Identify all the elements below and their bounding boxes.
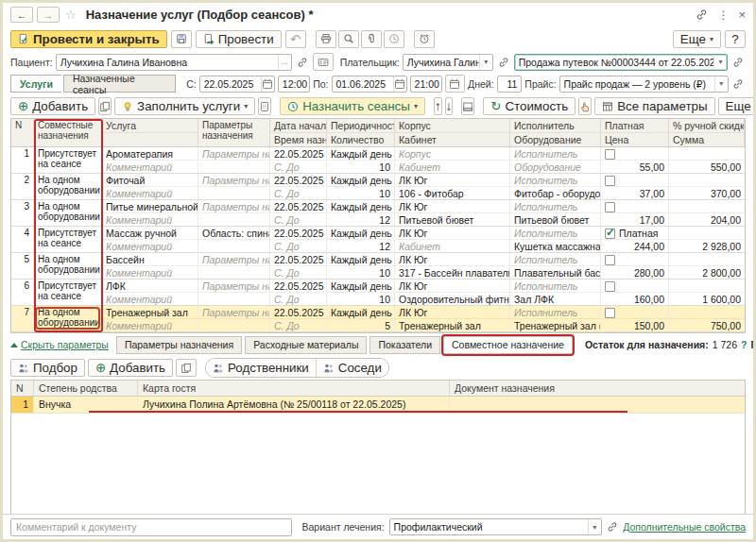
pick-button[interactable]: Подбор (10, 359, 85, 377)
additional-properties-link[interactable]: Дополнительные свойства (623, 521, 746, 533)
open-price-link-icon[interactable] (731, 76, 746, 92)
relation-cell[interactable]: Внучка (34, 397, 138, 413)
period-cell[interactable]: Каждый день 10 (327, 174, 395, 199)
korpus-cell[interactable]: ЛК Юг 317 - Бассейн плавательный (395, 253, 510, 279)
tab-indicators[interactable]: Показатели (369, 336, 440, 354)
copy-row-button[interactable] (98, 97, 112, 115)
date-cell[interactable]: 22.05.2025 С. До (270, 279, 327, 305)
params-cell[interactable]: Параметры назначения (198, 279, 270, 305)
hint-question-icon[interactable]: ? (741, 339, 747, 350)
recalc-cost-button[interactable]: ↻Стоимость (483, 97, 576, 115)
assignment-doc-cell[interactable] (450, 397, 745, 413)
params-cell[interactable]: Параметры назначения (198, 174, 270, 199)
history-button[interactable] (384, 30, 404, 48)
reminder-button[interactable] (414, 30, 435, 48)
tab-joint-assignment[interactable]: Совместное назначение (443, 336, 573, 354)
favorite-star-icon[interactable]: ☆ (65, 8, 77, 22)
chevron-down-icon[interactable]: ▾ (588, 519, 601, 534)
discount-cell[interactable]: 750,00 (669, 306, 745, 331)
paid-checkbox[interactable] (605, 281, 615, 292)
korpus-cell[interactable]: ЛК Юг Оздоровительный фитнес - ЛФК (395, 279, 510, 305)
hide-parameters-link[interactable]: Скрыть параметры (10, 339, 109, 350)
all-parameters-button[interactable]: Все параметры (594, 97, 714, 115)
service-row[interactable]: 5 На одном оборудовании Бассейн Коммента… (11, 253, 745, 279)
executor-cell[interactable]: Исполнитель Питьевой бювет (510, 200, 601, 226)
date-cell[interactable]: 22.05.2025 С. До (270, 147, 327, 173)
executor-cell[interactable]: Исполнитель Плавательный бассейн (510, 253, 601, 279)
service-cell[interactable]: Фиточай Комментарий (102, 174, 198, 199)
joint-cell[interactable]: Присутствует на сеансе (34, 227, 102, 252)
paid-checkbox[interactable] (605, 255, 615, 265)
paid-cell[interactable]: 160,00 (601, 279, 669, 305)
joint-cell[interactable]: На одном оборудовании (34, 253, 102, 279)
from-time-field[interactable]: 12:00 (278, 76, 310, 93)
move-up-button[interactable]: ↑ (434, 97, 442, 115)
treatment-variant-field[interactable]: Профилактический ▾ (389, 518, 602, 535)
paid-cell[interactable]: 37,00 (601, 174, 669, 199)
service-row[interactable]: 1 Присутствует на сеансе Ароматерапия Ко… (11, 147, 745, 174)
discount-cell[interactable]: 550,00 (669, 147, 745, 173)
payer-field[interactable]: Лучихина Галина Ивановна ▾ (403, 54, 493, 71)
post-and-close-button[interactable]: Провести и закрыть (10, 30, 167, 48)
chevron-down-icon[interactable]: ▾ (713, 55, 727, 70)
schedule-button[interactable] (445, 75, 465, 93)
service-cell[interactable]: ЛФК Комментарий (102, 279, 198, 305)
date-cell[interactable]: 22.05.2025 С. До (270, 227, 327, 252)
open-basis-link-icon[interactable] (730, 55, 746, 70)
service-row[interactable]: 4 Присутствует на сеансе Массаж ручной К… (11, 227, 745, 253)
totals-button[interactable] (461, 97, 474, 115)
paid-cell[interactable]: Платная 244,00 (601, 227, 669, 252)
document-comment-input[interactable] (10, 518, 292, 536)
korpus-cell[interactable]: ЛК Юг Кабинет (395, 227, 510, 252)
copy-joint-button[interactable] (176, 359, 197, 377)
basis-document-field[interactable]: Продажа путевок №00003444 от 22.05.2025 … (514, 54, 728, 71)
date-cell[interactable]: 22.05.2025 С. До (270, 306, 327, 331)
ellipsis-icon[interactable]: … (278, 55, 291, 70)
open-payer-link-icon[interactable] (496, 55, 511, 70)
more-button-table[interactable]: Еще ▾ (718, 97, 756, 115)
period-cell[interactable]: Каждый день 10 (327, 253, 395, 279)
blank-sheet-button[interactable] (258, 97, 271, 115)
period-cell[interactable]: Каждый день 12 (327, 200, 395, 226)
paid-cell[interactable]: 55,00 (601, 147, 669, 173)
korpus-cell[interactable]: ЛК Юг 106 - Фитобар (395, 174, 510, 199)
params-cell[interactable]: Параметры назначения (198, 306, 270, 331)
paid-checkbox[interactable] (605, 229, 615, 239)
params-cell[interactable]: Параметры назначения (198, 200, 270, 226)
period-cell[interactable]: Каждый день 10 (327, 147, 395, 173)
patient-field[interactable]: Лучихина Галина Ивановна … (56, 54, 292, 71)
period-cell[interactable]: Каждый день 10 (327, 279, 395, 305)
open-treatment-link-icon[interactable] (607, 519, 618, 534)
service-cell[interactable]: Ароматерапия Комментарий (102, 147, 198, 173)
neighbors-button[interactable]: Соседи (316, 359, 388, 377)
joint-cell[interactable]: Присутствует на сеансе (34, 279, 102, 305)
print-button[interactable] (316, 30, 336, 48)
guest-card-cell[interactable]: Лучихина Полина Артёмовна (№ 25/00118 от… (138, 397, 450, 413)
discount-cell[interactable]: 1 600,00 (669, 279, 745, 305)
date-cell[interactable]: 22.05.2025 С. До (270, 253, 327, 279)
date-cell[interactable]: 22.05.2025 С. До (270, 200, 327, 226)
service-cell[interactable]: Тренажерный зал Комментарий (102, 306, 198, 331)
to-time-field[interactable]: 21:00 (410, 76, 442, 93)
move-down-button[interactable]: ↓ (445, 97, 454, 115)
joint-cell[interactable]: Присутствует на сеансе (34, 147, 102, 173)
add-row-button[interactable]: ⊕Добавить (10, 97, 95, 115)
assign-sessions-button[interactable]: Назначить сеансы ▾ (280, 97, 425, 115)
service-row[interactable]: 3 На одном оборудовании Питье минерально… (11, 200, 745, 227)
executor-cell[interactable]: Исполнитель Оборудование (510, 147, 601, 173)
help-button[interactable]: ? (725, 30, 746, 48)
paid-checkbox[interactable] (605, 202, 615, 212)
save-button[interactable] (171, 30, 192, 48)
tab-consumables[interactable]: Расходные материалы (245, 336, 367, 354)
calendar-icon[interactable] (261, 76, 274, 92)
calendar-icon[interactable] (393, 76, 406, 92)
back-button[interactable]: ← (10, 7, 33, 23)
paid-cell[interactable]: 280,00 (601, 253, 669, 279)
more-button-toolbar[interactable]: Еще ▾ (673, 30, 721, 48)
relatives-button[interactable]: Родственники (206, 359, 316, 377)
post-button[interactable]: Провести (196, 30, 282, 48)
korpus-cell[interactable]: ЛК Юг Тренажерный зал (395, 306, 510, 331)
days-field[interactable]: 11 (497, 76, 523, 93)
manual-pick-button[interactable] (578, 97, 592, 115)
price-field[interactable]: Прайс продаж — 2 уровень (₽) ▾ (559, 76, 729, 93)
